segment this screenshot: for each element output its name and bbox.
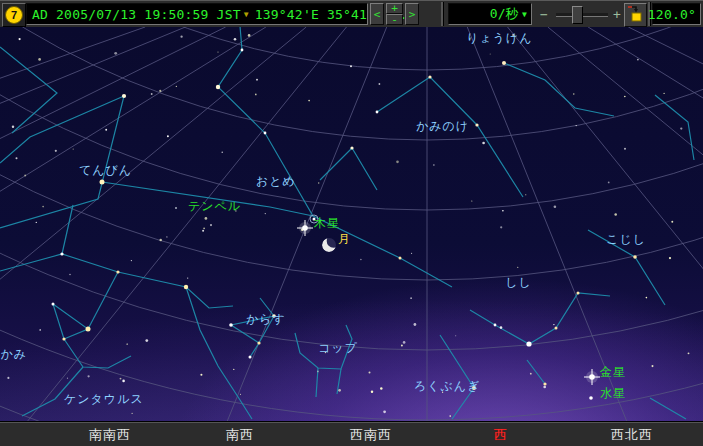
constellation-line: [88, 272, 118, 329]
grid-azimuth-line: [0, 27, 306, 421]
background-star: [500, 226, 502, 228]
decrease-button[interactable]: -: [386, 14, 403, 25]
background-star: [490, 53, 491, 54]
background-star: [380, 387, 383, 390]
background-star: [378, 83, 380, 85]
star: [475, 123, 478, 126]
datetime-dropdown-icon[interactable]: ▼: [244, 10, 249, 19]
background-star: [614, 213, 617, 216]
sky-label-constellation: こじし: [606, 231, 646, 248]
star: [100, 180, 105, 185]
background-star: [12, 125, 14, 127]
sky-label-moon: 月: [338, 231, 351, 248]
background-star: [176, 86, 177, 87]
background-star: [455, 335, 456, 336]
background-star: [114, 52, 117, 55]
background-star: [651, 365, 653, 367]
app-clock-icon: 7: [2, 3, 26, 27]
datetime-text: AD 2005/07/13 19:50:59 JST: [32, 7, 241, 22]
background-star: [449, 415, 451, 417]
grid-altitude-arc: [0, 27, 703, 280]
constellation-line: [53, 304, 88, 339]
datetime-location-display[interactable]: AD 2005/07/13 19:50:59 JST ▼ 139°42'E 35…: [26, 3, 368, 25]
constellation-line: [504, 63, 614, 116]
star: [555, 327, 558, 330]
background-star: [637, 59, 639, 61]
compass-label-sw: 南西: [226, 426, 254, 444]
sky-label-constellation: ケンタウルス: [64, 391, 144, 408]
background-star: [159, 239, 162, 242]
sky-chart[interactable]: りょうけんかみのけてんびんおとめテンペル木星月こじしししからすコップろくぶんぎケ…: [0, 27, 703, 421]
page-arrow-icon: [625, 4, 644, 24]
star: [60, 252, 63, 255]
star: [257, 341, 260, 344]
sky-label-object: 水星: [600, 385, 626, 402]
constellation-line: [655, 95, 694, 160]
grid-altitude-arc: [0, 27, 703, 140]
background-star: [403, 341, 406, 344]
background-star: [120, 378, 122, 380]
background-star: [383, 410, 386, 413]
background-star: [371, 391, 373, 393]
view-direction-button[interactable]: [624, 3, 647, 27]
background-star: [350, 65, 352, 67]
grid-azimuth-line: [588, 27, 703, 421]
tempel-marker: [175, 207, 177, 209]
background-star: [669, 257, 671, 259]
background-star: [553, 324, 554, 325]
background-star: [396, 160, 399, 163]
constellation-line: [316, 368, 318, 397]
speed-slider-thumb[interactable]: [572, 6, 583, 24]
sky-label-object: 金星: [600, 364, 626, 381]
background-star: [18, 38, 20, 40]
slider-minus-label[interactable]: −: [540, 7, 548, 22]
star: [633, 255, 637, 259]
background-star: [126, 343, 128, 345]
background-star: [200, 374, 202, 376]
background-star: [217, 51, 218, 52]
step-back-button[interactable]: <: [370, 3, 384, 25]
background-star: [663, 93, 664, 94]
background-star: [42, 206, 44, 208]
compass-label-wsw: 西南西: [350, 426, 392, 444]
star: [52, 303, 55, 306]
background-star: [500, 326, 503, 329]
star: [249, 356, 252, 359]
fov-display[interactable]: 120.0°: [652, 3, 701, 25]
background-star: [132, 413, 133, 414]
background-star: [205, 217, 208, 220]
background-star: [7, 377, 9, 379]
star: [526, 341, 531, 346]
background-star: [167, 135, 169, 137]
star: [543, 382, 546, 385]
background-star: [608, 182, 610, 184]
grid-azimuth-line: [28, 27, 347, 421]
grid-azimuth-line: [548, 27, 703, 421]
grid-azimuth-line: [0, 27, 226, 421]
star: [116, 270, 119, 273]
step-forward-button[interactable]: >: [405, 3, 419, 25]
background-star: [360, 259, 362, 261]
background-star: [36, 222, 37, 223]
speed-dropdown-icon[interactable]: ▼: [522, 10, 527, 19]
star: [229, 323, 233, 327]
compass-label-w: 西: [494, 426, 508, 444]
constellation-line: [440, 335, 474, 419]
star: [376, 111, 379, 114]
background-star: [248, 34, 251, 37]
moon-marker: [322, 238, 336, 252]
time-speed-select[interactable]: 0/秒 ▼: [448, 3, 532, 25]
toolbar: 7 AD 2005/07/13 19:50:59 JST ▼ 139°42'E …: [0, 0, 703, 27]
star: [184, 285, 188, 289]
grid-azimuth-line: [0, 27, 266, 421]
planetarium-window: 7 AD 2005/07/13 19:50:59 JST ▼ 139°42'E …: [0, 0, 703, 446]
constellation-line: [62, 205, 73, 254]
background-star: [233, 369, 234, 370]
background-star: [471, 200, 472, 201]
background-star: [338, 389, 341, 392]
slider-plus-label[interactable]: +: [613, 7, 621, 22]
sky-label-constellation: りょうけん: [466, 30, 532, 47]
background-star: [517, 267, 518, 268]
sky-label-constellation: かみのけ: [416, 118, 469, 135]
background-star: [530, 373, 532, 375]
